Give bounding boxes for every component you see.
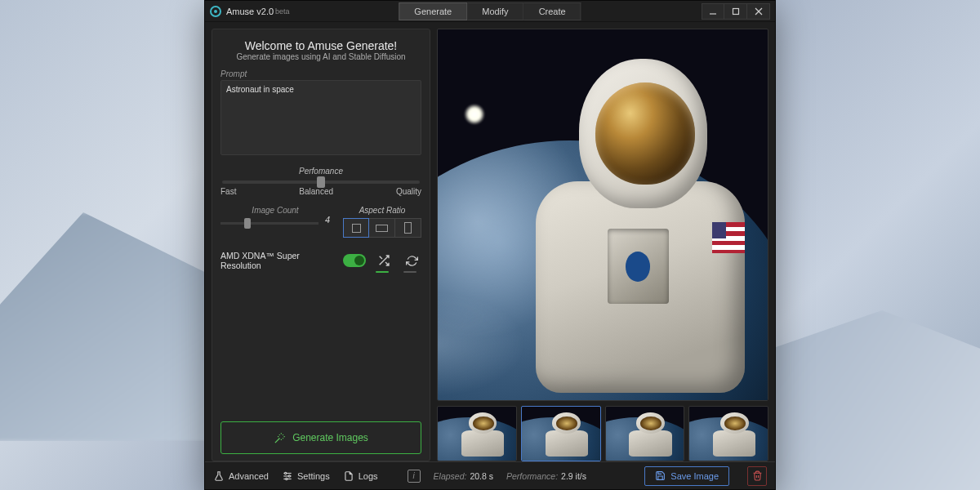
thumbnail[interactable]	[605, 406, 685, 461]
performance-slider[interactable]	[222, 180, 420, 184]
footer-bar: Advanced Settings Logs i Elapsed: 20.8 s…	[205, 461, 775, 489]
svg-point-7	[284, 472, 286, 474]
welcome-subtitle: Generate images using AI and Stable Diff…	[220, 52, 421, 61]
performance-label: Perfomance	[220, 167, 421, 176]
refresh-indicator	[403, 271, 416, 273]
prompt-input[interactable]	[220, 80, 421, 155]
xdna-label: AMD XDNA™ Super Resolution	[220, 251, 335, 270]
save-label: Save Image	[670, 471, 719, 481]
refresh-icon	[406, 255, 418, 267]
image-count-slider[interactable]	[220, 222, 318, 225]
image-count-value: 4	[325, 215, 330, 225]
perf-balanced-label: Balanced	[299, 187, 333, 196]
performance-stat-value: 2.9 it/s	[561, 471, 586, 481]
info-icon[interactable]: i	[408, 470, 421, 483]
save-image-button[interactable]: Save Image	[644, 466, 729, 486]
thumbnail-strip	[437, 406, 768, 461]
thumbnail[interactable]	[521, 406, 601, 461]
trash-icon	[752, 470, 763, 481]
aspect-landscape-button[interactable]	[369, 218, 395, 238]
shuffle-icon	[377, 254, 390, 267]
settings-button[interactable]: Settings	[282, 470, 330, 482]
preview-image[interactable]	[437, 29, 768, 401]
landscape-icon	[376, 225, 388, 232]
app-badge: beta	[275, 7, 290, 16]
minimize-button[interactable]	[702, 3, 724, 20]
logs-button[interactable]: Logs	[343, 470, 378, 482]
delete-button[interactable]	[747, 466, 767, 486]
image-count-label: Image Count	[220, 206, 330, 215]
save-icon	[655, 470, 666, 481]
preview-panel	[437, 29, 768, 461]
maximize-button[interactable]	[724, 3, 747, 20]
svg-rect-1	[733, 8, 738, 14]
titlebar: Amuse v2.0 beta Generate Modify Create	[205, 1, 775, 22]
wand-icon	[274, 432, 286, 444]
app-window: Amuse v2.0 beta Generate Modify Create W…	[204, 0, 776, 490]
controls-panel: Welcome to Amuse Generate! Generate imag…	[212, 29, 430, 461]
perf-fast-label: Fast	[220, 187, 236, 196]
generate-button[interactable]: Generate Images	[220, 421, 421, 454]
slider-thumb[interactable]	[244, 218, 251, 229]
generate-button-label: Generate Images	[292, 432, 368, 443]
prompt-label: Prompt	[220, 69, 421, 78]
performance-ticks: Fast Balanced Quality	[220, 187, 421, 196]
aspect-ratio-group	[343, 218, 421, 238]
logs-icon	[343, 470, 354, 482]
advanced-button[interactable]: Advanced	[213, 470, 269, 482]
logs-label: Logs	[359, 471, 378, 481]
flask-icon	[213, 470, 225, 482]
shuffle-indicator	[376, 271, 389, 273]
elapsed-label: Elapsed:	[434, 471, 467, 481]
slider-thumb[interactable]	[317, 176, 325, 188]
square-icon	[352, 224, 361, 233]
generated-image	[438, 29, 768, 400]
tab-create[interactable]: Create	[524, 2, 581, 20]
svg-point-8	[288, 474, 290, 476]
portrait-icon	[404, 222, 412, 234]
sliders-icon	[282, 470, 293, 482]
window-controls	[702, 3, 770, 20]
close-button[interactable]	[747, 3, 770, 20]
perf-quality-label: Quality	[396, 187, 421, 196]
performance-stat-label: Performance:	[506, 471, 558, 481]
mode-tabs: Generate Modify Create	[399, 2, 581, 20]
settings-label: Settings	[297, 471, 330, 481]
refresh-button[interactable]	[402, 251, 421, 270]
tab-modify[interactable]: Modify	[467, 2, 523, 20]
xdna-toggle[interactable]	[343, 254, 366, 267]
welcome-title: Welcome to Amuse Generate!	[220, 39, 421, 52]
shuffle-button[interactable]	[374, 251, 394, 270]
aspect-ratio-label: Aspect Ratio	[343, 206, 421, 215]
elapsed-value: 20.8 s	[470, 471, 493, 481]
thumbnail[interactable]	[437, 406, 517, 461]
svg-point-9	[286, 478, 287, 479]
app-logo-icon	[210, 6, 221, 17]
tab-generate[interactable]: Generate	[399, 2, 467, 20]
app-title: Amuse v2.0	[226, 7, 274, 16]
aspect-portrait-button[interactable]	[395, 218, 421, 238]
advanced-label: Advanced	[229, 471, 269, 481]
aspect-square-button[interactable]	[343, 218, 369, 238]
thumbnail[interactable]	[688, 406, 768, 461]
